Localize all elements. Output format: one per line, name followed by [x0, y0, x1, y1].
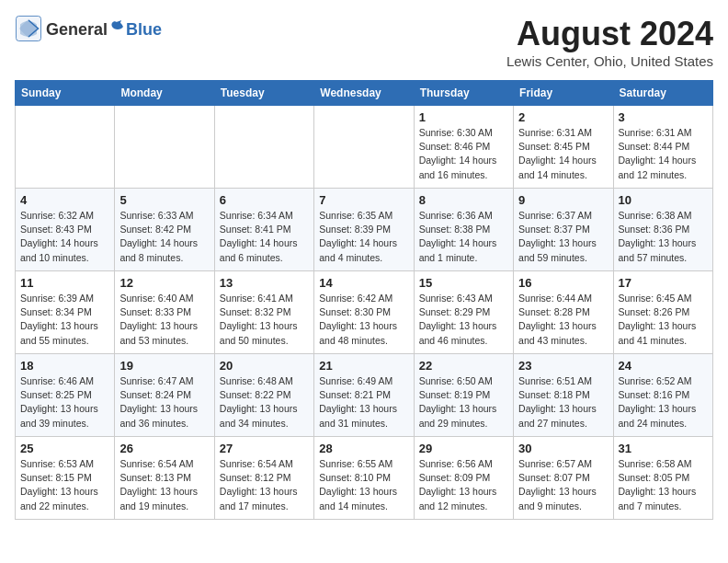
day-info: Sunrise: 6:47 AM Sunset: 8:24 PM Dayligh… [119, 374, 209, 431]
day-number: 8 [419, 193, 508, 207]
calendar-cell: 8Sunrise: 6:36 AM Sunset: 8:38 PM Daylig… [414, 189, 513, 271]
day-number: 10 [619, 193, 708, 207]
day-number: 9 [518, 193, 608, 207]
weekday-header-wednesday: Wednesday [314, 81, 414, 106]
calendar-cell: 27Sunrise: 6:54 AM Sunset: 8:12 PM Dayli… [214, 437, 313, 520]
calendar-cell: 19Sunrise: 6:47 AM Sunset: 8:24 PM Dayli… [115, 354, 214, 437]
calendar-cell: 30Sunrise: 6:57 AM Sunset: 8:07 PM Dayli… [514, 437, 613, 520]
calendar-cell: 6Sunrise: 6:34 AM Sunset: 8:41 PM Daylig… [214, 189, 313, 271]
calendar-cell: 26Sunrise: 6:54 AM Sunset: 8:13 PM Dayli… [115, 437, 214, 520]
location-title: Lewis Center, Ohio, United States [506, 53, 713, 69]
calendar-cell: 11Sunrise: 6:39 AM Sunset: 8:34 PM Dayli… [16, 271, 115, 354]
day-number: 24 [619, 359, 708, 373]
day-number: 22 [419, 359, 508, 373]
calendar-week-row: 1Sunrise: 6:30 AM Sunset: 8:46 PM Daylig… [16, 106, 713, 189]
page-header: General Blue August 2024 Lewis Center, O… [15, 15, 713, 69]
day-info: Sunrise: 6:43 AM Sunset: 8:29 PM Dayligh… [419, 292, 508, 348]
logo: General Blue [15, 15, 162, 42]
day-info: Sunrise: 6:35 AM Sunset: 8:39 PM Dayligh… [319, 209, 408, 265]
day-number: 11 [20, 276, 109, 290]
day-number: 19 [119, 359, 209, 373]
calendar-cell: 21Sunrise: 6:49 AM Sunset: 8:21 PM Dayli… [314, 354, 414, 437]
calendar-cell [314, 106, 414, 189]
day-number: 5 [119, 193, 209, 207]
calendar-cell [214, 106, 313, 189]
day-info: Sunrise: 6:38 AM Sunset: 8:36 PM Dayligh… [619, 209, 708, 265]
day-number: 2 [518, 110, 608, 124]
calendar-body: 1Sunrise: 6:30 AM Sunset: 8:46 PM Daylig… [16, 106, 713, 520]
calendar-cell: 31Sunrise: 6:58 AM Sunset: 8:05 PM Dayli… [613, 437, 712, 520]
day-info: Sunrise: 6:33 AM Sunset: 8:42 PM Dayligh… [119, 209, 209, 265]
calendar-cell: 29Sunrise: 6:56 AM Sunset: 8:09 PM Dayli… [414, 437, 513, 520]
day-info: Sunrise: 6:30 AM Sunset: 8:46 PM Dayligh… [419, 126, 508, 182]
day-number: 18 [20, 359, 109, 373]
calendar-cell: 12Sunrise: 6:40 AM Sunset: 8:33 PM Dayli… [115, 271, 214, 354]
calendar-cell [115, 106, 214, 189]
logo-bird-icon [108, 18, 125, 35]
day-number: 12 [119, 276, 209, 290]
day-info: Sunrise: 6:51 AM Sunset: 8:18 PM Dayligh… [518, 374, 608, 431]
day-number: 21 [319, 359, 408, 373]
calendar-week-row: 11Sunrise: 6:39 AM Sunset: 8:34 PM Dayli… [16, 271, 713, 354]
calendar-week-row: 4Sunrise: 6:32 AM Sunset: 8:43 PM Daylig… [16, 189, 713, 271]
day-info: Sunrise: 6:53 AM Sunset: 8:15 PM Dayligh… [20, 457, 109, 513]
day-number: 17 [619, 276, 708, 290]
day-number: 16 [518, 276, 608, 290]
day-info: Sunrise: 6:48 AM Sunset: 8:22 PM Dayligh… [220, 374, 309, 431]
calendar-cell: 10Sunrise: 6:38 AM Sunset: 8:36 PM Dayli… [613, 189, 712, 271]
day-number: 31 [619, 442, 708, 455]
day-info: Sunrise: 6:55 AM Sunset: 8:10 PM Dayligh… [319, 457, 408, 513]
calendar-cell: 24Sunrise: 6:52 AM Sunset: 8:16 PM Dayli… [613, 354, 712, 437]
calendar-cell: 1Sunrise: 6:30 AM Sunset: 8:46 PM Daylig… [414, 106, 513, 189]
calendar-cell: 16Sunrise: 6:44 AM Sunset: 8:28 PM Dayli… [514, 271, 613, 354]
day-info: Sunrise: 6:57 AM Sunset: 8:07 PM Dayligh… [518, 457, 608, 513]
calendar-cell: 25Sunrise: 6:53 AM Sunset: 8:15 PM Dayli… [16, 437, 115, 520]
day-info: Sunrise: 6:37 AM Sunset: 8:37 PM Dayligh… [518, 209, 608, 265]
weekday-header-saturday: Saturday [613, 81, 712, 106]
calendar-table: SundayMondayTuesdayWednesdayThursdayFrid… [15, 80, 713, 520]
day-number: 15 [419, 276, 508, 290]
day-info: Sunrise: 6:56 AM Sunset: 8:09 PM Dayligh… [419, 457, 508, 513]
weekday-header-friday: Friday [514, 81, 613, 106]
logo-text: General Blue [46, 18, 162, 40]
day-number: 26 [119, 442, 209, 455]
day-number: 27 [220, 442, 309, 455]
title-block: August 2024 Lewis Center, Ohio, United S… [506, 15, 713, 69]
day-info: Sunrise: 6:58 AM Sunset: 8:05 PM Dayligh… [619, 457, 708, 513]
day-number: 6 [220, 193, 309, 207]
calendar-cell: 28Sunrise: 6:55 AM Sunset: 8:10 PM Dayli… [314, 437, 414, 520]
day-info: Sunrise: 6:50 AM Sunset: 8:19 PM Dayligh… [419, 374, 508, 431]
day-number: 1 [419, 110, 508, 124]
logo-blue: Blue [126, 20, 162, 40]
calendar-cell: 22Sunrise: 6:50 AM Sunset: 8:19 PM Dayli… [414, 354, 513, 437]
day-info: Sunrise: 6:45 AM Sunset: 8:26 PM Dayligh… [619, 292, 708, 348]
day-number: 23 [518, 359, 608, 373]
day-number: 14 [319, 276, 408, 290]
logo-icon [15, 15, 42, 42]
day-info: Sunrise: 6:41 AM Sunset: 8:32 PM Dayligh… [220, 292, 309, 348]
logo-general: General [46, 20, 108, 40]
day-info: Sunrise: 6:32 AM Sunset: 8:43 PM Dayligh… [20, 209, 109, 265]
calendar-cell: 18Sunrise: 6:46 AM Sunset: 8:25 PM Dayli… [16, 354, 115, 437]
day-number: 20 [220, 359, 309, 373]
day-number: 30 [518, 442, 608, 455]
day-info: Sunrise: 6:31 AM Sunset: 8:44 PM Dayligh… [619, 126, 708, 182]
calendar-cell: 9Sunrise: 6:37 AM Sunset: 8:37 PM Daylig… [514, 189, 613, 271]
calendar-cell: 2Sunrise: 6:31 AM Sunset: 8:45 PM Daylig… [514, 106, 613, 189]
day-info: Sunrise: 6:34 AM Sunset: 8:41 PM Dayligh… [220, 209, 309, 265]
calendar-cell: 15Sunrise: 6:43 AM Sunset: 8:29 PM Dayli… [414, 271, 513, 354]
day-number: 13 [220, 276, 309, 290]
day-info: Sunrise: 6:54 AM Sunset: 8:12 PM Dayligh… [220, 457, 309, 513]
calendar-cell: 5Sunrise: 6:33 AM Sunset: 8:42 PM Daylig… [115, 189, 214, 271]
day-info: Sunrise: 6:40 AM Sunset: 8:33 PM Dayligh… [119, 292, 209, 348]
month-year-title: August 2024 [506, 15, 713, 53]
calendar-cell: 14Sunrise: 6:42 AM Sunset: 8:30 PM Dayli… [314, 271, 414, 354]
day-number: 3 [619, 110, 708, 124]
day-info: Sunrise: 6:49 AM Sunset: 8:21 PM Dayligh… [319, 374, 408, 431]
weekday-header-sunday: Sunday [16, 81, 115, 106]
calendar-cell: 7Sunrise: 6:35 AM Sunset: 8:39 PM Daylig… [314, 189, 414, 271]
day-number: 25 [20, 442, 109, 455]
weekday-header-monday: Monday [115, 81, 214, 106]
calendar-cell [16, 106, 115, 189]
calendar-cell: 13Sunrise: 6:41 AM Sunset: 8:32 PM Dayli… [214, 271, 313, 354]
